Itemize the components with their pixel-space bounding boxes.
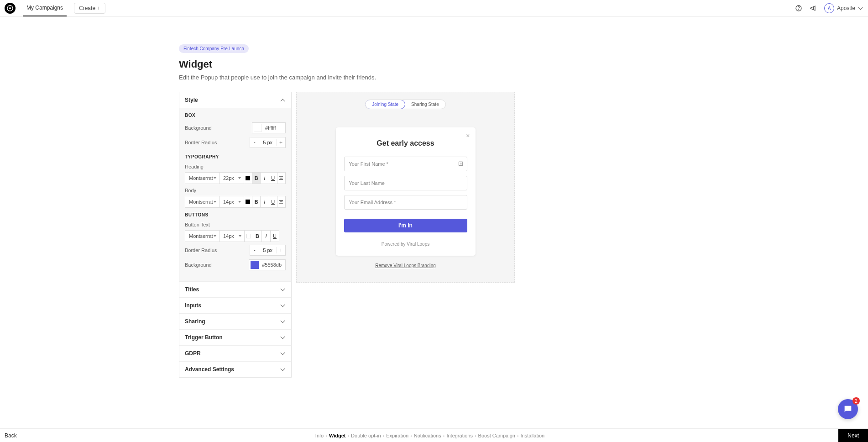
chevron-down-icon xyxy=(281,287,286,292)
button-radius-stepper: - 5 px + xyxy=(250,245,286,256)
page-subtitle: Edit the Popup that people use to join t… xyxy=(179,74,515,81)
announcement-icon[interactable] xyxy=(809,4,818,13)
heading-font-select[interactable]: Montserrat xyxy=(185,172,220,184)
popup-title: Get early access xyxy=(344,139,467,147)
state-joining[interactable]: Joining State xyxy=(365,100,405,109)
state-sharing[interactable]: Sharing State xyxy=(405,100,445,109)
radius-minus[interactable]: - xyxy=(250,139,259,146)
popup-powered-by: Powered by Viral Loops xyxy=(344,242,467,247)
heading-color-button[interactable] xyxy=(244,172,252,184)
top-nav: My Campaigns Create + A Apostle xyxy=(0,0,868,17)
box-bg-value: #ffffff xyxy=(263,125,285,131)
box-section-label: BOX xyxy=(185,113,286,118)
app-logo[interactable] xyxy=(5,3,16,14)
preview-container: Joining State Sharing State × Get early … xyxy=(296,92,515,283)
button-underline-button[interactable]: U xyxy=(270,230,279,242)
heading-size-select[interactable]: 22px xyxy=(219,172,244,184)
svg-rect-4 xyxy=(459,162,462,165)
heading-align-button[interactable] xyxy=(277,172,286,184)
heading-underline-button[interactable]: U xyxy=(269,172,277,184)
plus-icon: + xyxy=(97,5,100,11)
popup-close-icon[interactable]: × xyxy=(466,132,470,139)
button-color-button[interactable] xyxy=(244,230,253,242)
box-bg-swatch xyxy=(254,124,262,132)
accordion-gdpr[interactable]: GDPR xyxy=(179,346,291,362)
chevron-down-icon xyxy=(281,303,286,308)
remove-branding-link[interactable]: Remove Viral Loops Branding xyxy=(375,263,436,268)
popup-first-name[interactable]: Your First Name * xyxy=(344,157,467,171)
button-bg-input[interactable]: #5558db xyxy=(249,259,286,270)
settings-sidebar: Style BOX Background #ffffff Border Radi… xyxy=(179,92,292,378)
button-radius-label: Border Radius xyxy=(185,247,217,253)
body-format-row: Montserrat 14px B I U xyxy=(185,196,286,208)
button-bold-button[interactable]: B xyxy=(253,230,262,242)
popup-last-name[interactable]: Your Last Name xyxy=(344,176,467,190)
state-toggle: Joining State Sharing State xyxy=(365,100,445,109)
body-label: Body xyxy=(185,188,286,193)
chevron-down-icon xyxy=(281,367,286,372)
user-name: Apostle xyxy=(837,5,855,11)
popup-preview: × Get early access Your First Name * You… xyxy=(336,127,476,256)
body-color-button[interactable] xyxy=(244,196,252,208)
accordion-advanced[interactable]: Advanced Settings xyxy=(179,362,291,377)
box-background-input[interactable]: #ffffff xyxy=(252,122,286,133)
button-text-label: Button Text xyxy=(185,222,286,227)
box-radius-stepper: - 5 px + xyxy=(250,137,286,148)
body-font-select[interactable]: Montserrat xyxy=(185,196,220,208)
chat-widget[interactable]: 2 xyxy=(838,399,858,419)
accordion-sharing[interactable]: Sharing xyxy=(179,314,291,330)
nav-tab-my-campaigns[interactable]: My Campaigns xyxy=(23,0,67,16)
heading-format-row: Montserrat 22px B I U xyxy=(185,172,286,184)
chevron-down-icon xyxy=(281,351,286,356)
campaign-chip[interactable]: Fintech Company Pre-Launch xyxy=(179,44,249,53)
buttons-section-label: BUTTONS xyxy=(185,212,286,217)
chevron-down-icon xyxy=(281,319,286,324)
button-format-row: Montserrat 14px B I U xyxy=(185,230,286,242)
chevron-up-icon xyxy=(281,98,286,102)
button-radius-plus[interactable]: + xyxy=(276,247,285,253)
button-bg-label: Background xyxy=(185,262,212,268)
body-underline-button[interactable]: U xyxy=(269,196,277,208)
heading-italic-button[interactable]: I xyxy=(260,172,269,184)
help-icon[interactable] xyxy=(794,4,803,13)
heading-label: Heading xyxy=(185,164,286,169)
button-size-select[interactable]: 14px xyxy=(219,230,245,242)
accordion-trigger[interactable]: Trigger Button xyxy=(179,330,291,346)
create-label: Create xyxy=(79,5,95,11)
radius-value: 5 px xyxy=(259,140,276,145)
svg-point-1 xyxy=(9,7,11,9)
button-radius-value: 5 px xyxy=(259,247,276,253)
chat-badge: 2 xyxy=(852,397,860,405)
typo-section-label: TYPOGRAPHY xyxy=(185,154,286,159)
user-avatar[interactable]: A xyxy=(824,3,834,13)
popup-email[interactable]: Your Email Address * xyxy=(344,195,467,210)
user-menu-chevron[interactable] xyxy=(859,5,863,12)
accordion-inputs[interactable]: Inputs xyxy=(179,298,291,314)
page-title: Widget xyxy=(179,58,515,70)
radius-label: Border Radius xyxy=(185,140,217,145)
body-align-button[interactable] xyxy=(277,196,286,208)
button-bg-swatch xyxy=(251,261,259,269)
popup-cta-button[interactable]: I'm in xyxy=(344,219,467,232)
style-panel: BOX Background #ffffff Border Radius - 5… xyxy=(179,108,291,282)
chevron-down-icon xyxy=(281,335,286,340)
button-radius-minus[interactable]: - xyxy=(250,247,259,253)
background-label: Background xyxy=(185,125,212,131)
accordion-style-label: Style xyxy=(185,97,198,103)
accordion-style[interactable]: Style xyxy=(179,92,291,108)
button-font-select[interactable]: Montserrat xyxy=(185,230,220,242)
autofill-icon xyxy=(458,161,463,167)
accordion-titles[interactable]: Titles xyxy=(179,282,291,298)
button-italic-button[interactable]: I xyxy=(261,230,271,242)
body-size-select[interactable]: 14px xyxy=(219,196,244,208)
body-bold-button[interactable]: B xyxy=(252,196,261,208)
button-bg-value: #5558db xyxy=(260,262,285,268)
body-italic-button[interactable]: I xyxy=(260,196,269,208)
svg-point-3 xyxy=(799,10,799,10)
heading-bold-button[interactable]: B xyxy=(252,172,261,184)
create-button[interactable]: Create + xyxy=(74,3,105,14)
radius-plus[interactable]: + xyxy=(276,139,285,146)
